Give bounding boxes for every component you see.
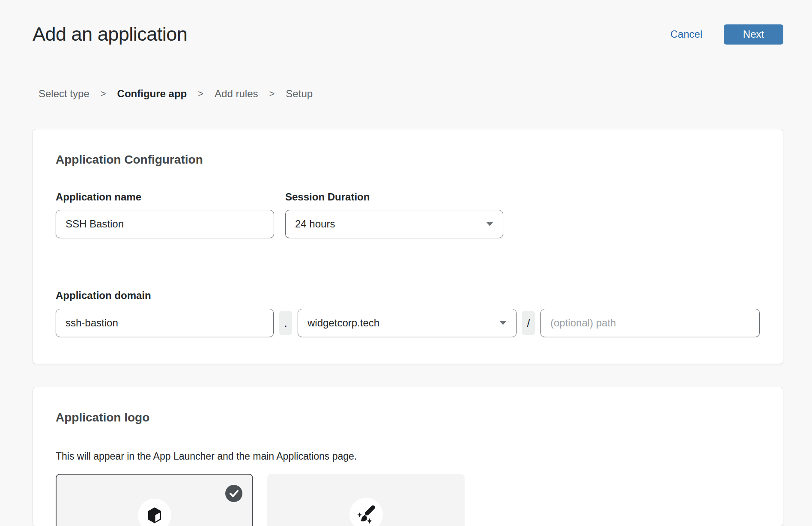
application-name-field: Application name <box>56 191 274 238</box>
domain-select-value: widgetcorp.tech <box>307 317 379 329</box>
chevron-down-icon <box>499 321 507 325</box>
breadcrumb: Select type > Configure app > Add rules … <box>39 88 783 100</box>
path-input[interactable] <box>540 309 760 337</box>
application-domain-label: Application domain <box>56 290 760 302</box>
application-domain-field: Application domain . widgetcorp.tech / <box>56 290 760 337</box>
subdomain-input[interactable] <box>56 309 274 337</box>
logo-option-custom[interactable] <box>267 474 465 526</box>
add-application-page: Add an application Cancel Next Select ty… <box>0 0 812 526</box>
application-logo-heading: Application logo <box>56 411 760 424</box>
session-duration-field: Session Duration 24 hours <box>285 191 503 238</box>
breadcrumb-separator: > <box>101 88 106 99</box>
application-domain-row: . widgetcorp.tech / <box>56 309 760 337</box>
breadcrumb-step-configure-app[interactable]: Configure app <box>117 88 187 100</box>
session-duration-select[interactable]: 24 hours <box>285 210 503 238</box>
breadcrumb-step-setup[interactable]: Setup <box>286 88 313 100</box>
custom-logo-circle <box>349 498 383 526</box>
next-button[interactable]: Next <box>724 24 783 45</box>
page-header: Add an application Cancel Next <box>33 0 783 47</box>
breadcrumb-step-select-type[interactable]: Select type <box>39 88 90 100</box>
chevron-down-icon <box>486 222 493 226</box>
page-title: Add an application <box>33 23 187 45</box>
domain-select[interactable]: widgetcorp.tech <box>298 309 516 337</box>
application-configuration-card: Application Configuration Application na… <box>33 129 783 364</box>
application-name-input[interactable] <box>56 210 274 238</box>
breadcrumb-separator: > <box>198 88 203 99</box>
cube-icon <box>146 506 163 524</box>
session-duration-value: 24 hours <box>295 218 335 230</box>
application-logo-description: This will appear in the App Launcher and… <box>56 451 760 462</box>
default-logo-circle <box>138 499 171 526</box>
logo-option-default[interactable] <box>56 474 253 526</box>
paintbrush-icon <box>356 504 376 525</box>
breadcrumb-step-add-rules[interactable]: Add rules <box>215 88 258 100</box>
cancel-button[interactable]: Cancel <box>670 28 702 40</box>
application-logo-card: Application logo This will appear in the… <box>33 387 783 526</box>
session-duration-label: Session Duration <box>285 191 503 203</box>
breadcrumb-separator: > <box>269 88 275 99</box>
selected-check-icon <box>225 485 242 502</box>
slash-separator: / <box>522 311 535 335</box>
application-name-label: Application name <box>56 191 274 203</box>
dot-separator: . <box>279 311 292 335</box>
name-duration-row: Application name Session Duration 24 hou… <box>56 191 760 238</box>
application-configuration-heading: Application Configuration <box>56 153 760 166</box>
header-actions: Cancel Next <box>670 24 783 45</box>
logo-options <box>56 474 760 526</box>
